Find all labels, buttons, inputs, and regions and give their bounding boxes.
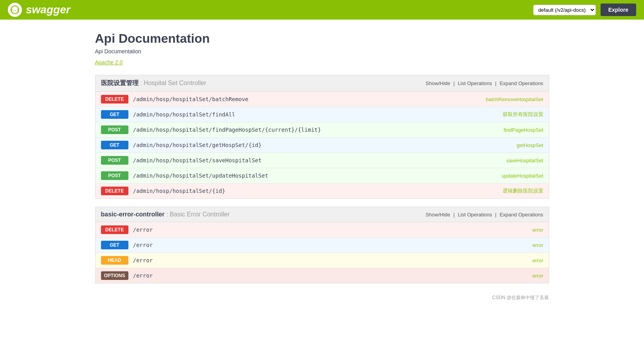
list-operations-hospital-set-controller[interactable]: List Operations	[458, 80, 492, 86]
table-row[interactable]: POST/admin/hosp/hospitalSet/updateHospit…	[96, 168, 549, 183]
endpoint-path: /admin/hosp/hospitalSet/saveHospitalSet	[133, 157, 262, 163]
controller-title-basic-error-controller: basic-error-controller : Basic Error Con…	[101, 211, 230, 218]
explore-button[interactable]: Explore	[601, 4, 636, 16]
endpoint-name: saveHospitalSet	[507, 158, 543, 163]
api-selector[interactable]: default (/v2/api-docs)	[533, 5, 596, 15]
method-badge-post: POST	[101, 125, 128, 134]
method-badge-head: HEAD	[101, 256, 128, 265]
expand-operations-basic-error-controller[interactable]: Expand Operations	[500, 212, 543, 218]
logo-icon: {↔}	[8, 3, 22, 17]
logo-container: {↔} swagger	[8, 3, 70, 17]
table-row[interactable]: DELETE/admin/hosp/hospitalSet/{id}逻辑删除医院…	[96, 183, 549, 198]
endpoint-path: /error	[133, 272, 153, 279]
endpoint-name: 获取所有医院设置	[503, 111, 543, 118]
api-subtitle: Api Documentation	[95, 48, 549, 54]
divider: |	[453, 80, 455, 86]
endpoint-left: GET/admin/hosp/hospitalSet/getHospSet/{i…	[101, 141, 262, 149]
endpoint-path: /admin/hosp/hospitalSet/{id}	[133, 188, 225, 194]
divider: |	[495, 212, 496, 218]
method-badge-post: POST	[101, 171, 128, 180]
endpoint-path: /error	[133, 257, 153, 263]
endpoint-left: OPTIONS/error	[101, 271, 153, 280]
method-badge-get: GET	[101, 241, 128, 249]
endpoint-left: DELETE/admin/hosp/hospitalSet/{id}	[101, 187, 225, 195]
method-badge-get: GET	[101, 110, 128, 119]
license-link[interactable]: Apache 2.0	[95, 59, 123, 65]
endpoint-left: DELETE/error	[101, 225, 153, 234]
controller-header-basic-error-controller: basic-error-controller : Basic Error Con…	[96, 207, 549, 222]
endpoint-name: findPageHospSet	[503, 127, 543, 133]
table-row[interactable]: GET/admin/hosp/hospitalSet/findAll获取所有医院…	[96, 107, 549, 122]
watermark: CSDN @在森林中慢了丢展	[95, 291, 549, 304]
method-badge-delete: DELETE	[101, 187, 128, 195]
table-row[interactable]: DELETE/admin/hosp/hospitalSet/batchRemov…	[96, 92, 549, 107]
table-row[interactable]: POST/admin/hosp/hospitalSet/saveHospital…	[96, 153, 549, 168]
method-badge-options: OPTIONS	[101, 271, 128, 280]
method-badge-get: GET	[101, 141, 128, 149]
endpoint-path: /admin/hosp/hospitalSet/batchRemove	[133, 96, 249, 102]
logo-text: swagger	[26, 4, 70, 16]
controller-actions-hospital-set-controller: Show/Hide|List Operations|Expand Operati…	[426, 80, 543, 86]
method-badge-delete: DELETE	[101, 95, 128, 104]
endpoint-left: GET/error	[101, 241, 153, 249]
controller-section-basic-error-controller: basic-error-controller : Basic Error Con…	[95, 207, 549, 283]
endpoint-path: /admin/hosp/hospitalSet/findAll	[133, 111, 235, 118]
endpoint-name: updateHospitalSet	[501, 173, 543, 179]
endpoint-name: error	[532, 242, 543, 248]
show-hide-hospital-set-controller[interactable]: Show/Hide	[426, 80, 450, 86]
endpoint-name: batchRemoveHospitalSet	[486, 96, 543, 102]
endpoint-path: /error	[133, 227, 153, 233]
table-row[interactable]: HEAD/errorerror	[96, 253, 549, 268]
controller-actions-basic-error-controller: Show/Hide|List Operations|Expand Operati…	[426, 212, 543, 218]
method-badge-post: POST	[101, 156, 128, 165]
table-row[interactable]: OPTIONS/errorerror	[96, 268, 549, 283]
table-row[interactable]: DELETE/errorerror	[96, 222, 549, 238]
endpoint-name: error	[532, 273, 543, 279]
table-row[interactable]: GET/admin/hosp/hospitalSet/getHospSet/{i…	[96, 138, 549, 153]
divider: |	[495, 80, 496, 86]
controller-section-hospital-set-controller: 医院设置管理 : Hospital Set ControllerShow/Hid…	[95, 75, 549, 199]
endpoint-left: POST/admin/hosp/hospitalSet/updateHospit…	[101, 171, 269, 180]
svg-text:{↔}: {↔}	[11, 8, 19, 13]
endpoint-path: /admin/hosp/hospitalSet/findPageHospSet/…	[133, 127, 321, 133]
endpoint-left: GET/admin/hosp/hospitalSet/findAll	[101, 110, 235, 119]
app-header: {↔} swagger default (/v2/api-docs) Explo…	[0, 0, 644, 20]
endpoint-name: 逻辑删除医院设置	[503, 187, 543, 194]
show-hide-basic-error-controller[interactable]: Show/Hide	[426, 212, 450, 218]
table-row[interactable]: POST/admin/hosp/hospitalSet/findPageHosp…	[96, 122, 549, 138]
endpoint-name: error	[532, 227, 543, 233]
endpoint-path: /admin/hosp/hospitalSet/getHospSet/{id}	[133, 142, 262, 148]
endpoint-left: POST/admin/hosp/hospitalSet/findPageHosp…	[101, 125, 321, 134]
endpoint-path: /error	[133, 242, 153, 248]
endpoint-left: POST/admin/hosp/hospitalSet/saveHospital…	[101, 156, 262, 165]
controllers-container: 医院设置管理 : Hospital Set ControllerShow/Hid…	[95, 75, 549, 283]
controller-title-hospital-set-controller: 医院设置管理 : Hospital Set Controller	[101, 79, 206, 87]
endpoint-path: /admin/hosp/hospitalSet/updateHospitalSe…	[133, 172, 269, 179]
endpoint-left: HEAD/error	[101, 256, 153, 265]
api-title: Api Documentation	[95, 31, 549, 46]
method-badge-delete: DELETE	[101, 225, 128, 234]
endpoint-left: DELETE/admin/hosp/hospitalSet/batchRemov…	[101, 95, 249, 104]
divider: |	[453, 212, 455, 218]
endpoint-name: error	[532, 258, 543, 263]
controller-header-hospital-set-controller: 医院设置管理 : Hospital Set ControllerShow/Hid…	[96, 75, 549, 92]
endpoint-name: getHospSet	[517, 142, 543, 148]
list-operations-basic-error-controller[interactable]: List Operations	[458, 212, 492, 218]
table-row[interactable]: GET/errorerror	[96, 238, 549, 253]
header-controls: default (/v2/api-docs) Explore	[533, 4, 636, 16]
main-content: Api Documentation Api Documentation Apac…	[87, 20, 557, 316]
expand-operations-hospital-set-controller[interactable]: Expand Operations	[500, 80, 543, 86]
